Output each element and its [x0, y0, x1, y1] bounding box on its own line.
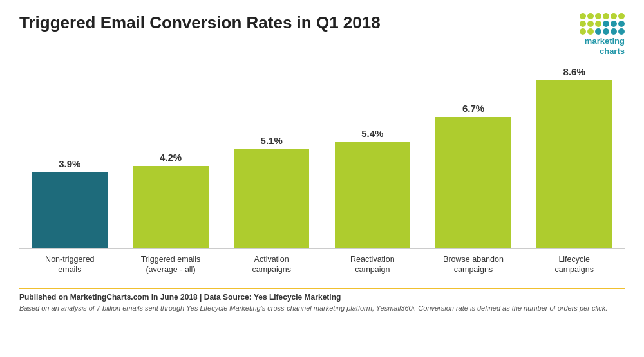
footer: Published on MarketingCharts.com in June…: [19, 288, 625, 313]
bar-value-lifecycle: 8.6%: [564, 66, 585, 77]
bar-triggered-avg: [133, 166, 209, 248]
main-container: Triggered Email Conversion Rates in Q1 2…: [0, 0, 644, 357]
bar-group-non-triggered: 3.9%: [19, 62, 120, 248]
bar-value-reactivation: 5.4%: [361, 128, 383, 139]
bar-group-activation: 5.1%: [221, 62, 322, 248]
logo-dot: [595, 13, 601, 19]
bar-label-lifecycle: Lifecyclecampaigns: [524, 254, 625, 275]
logo-dot: [580, 13, 586, 19]
logo-dots: [580, 13, 625, 35]
logo-dot: [611, 21, 617, 27]
bar-group-reactivation: 5.4%: [322, 62, 423, 248]
bar-label-non-triggered: Non-triggeredemails: [19, 254, 120, 275]
bar-activation: [234, 149, 310, 248]
bar-reactivation: [335, 142, 411, 248]
bar-non-triggered: [32, 172, 108, 248]
logo-dot: [618, 13, 625, 19]
bar-value-browse-abandon: 6.7%: [462, 103, 484, 114]
bar-browse-abandon: [435, 117, 511, 248]
logo-dot: [603, 28, 609, 35]
bar-group-triggered-avg: 4.2%: [120, 62, 222, 248]
bar-group-lifecycle: 8.6%: [524, 62, 625, 248]
labels-row: Non-triggeredemailsTriggered emails(aver…: [19, 254, 625, 275]
bar-lifecycle: [536, 80, 612, 248]
logo-dot: [618, 21, 625, 27]
logo-dot: [587, 28, 594, 35]
footer-note: Based on an analysis of 7 billion emails…: [19, 304, 625, 313]
logo-dot: [587, 21, 594, 27]
logo: marketing charts: [580, 13, 625, 56]
bar-value-triggered-avg: 4.2%: [160, 152, 182, 163]
bar-label-reactivation: Reactivationcampaign: [322, 254, 423, 275]
logo-dot: [587, 13, 594, 19]
chart-area: 3.9%4.2%5.1%5.4%6.7%8.6% Non-triggeredem…: [19, 62, 625, 281]
logo-dot: [595, 21, 601, 27]
chart-title: Triggered Email Conversion Rates in Q1 2…: [19, 13, 381, 33]
logo-dot: [603, 13, 609, 19]
bar-value-non-triggered: 3.9%: [59, 158, 80, 169]
bar-group-browse-abandon: 6.7%: [423, 62, 524, 248]
logo-dot: [618, 28, 625, 35]
footer-published: Published on MarketingCharts.com in June…: [19, 293, 625, 302]
header: Triggered Email Conversion Rates in Q1 2…: [19, 13, 625, 56]
bar-label-triggered-avg: Triggered emails(average - all): [120, 254, 222, 275]
logo-dot: [580, 28, 586, 35]
logo-dot: [580, 21, 586, 27]
bar-label-activation: Activationcampaigns: [221, 254, 322, 275]
logo-dot: [611, 13, 617, 19]
logo-dot: [595, 28, 601, 35]
logo-text: marketing charts: [585, 36, 625, 56]
logo-dot: [603, 21, 609, 27]
logo-dot: [611, 28, 617, 35]
bar-value-activation: 5.1%: [261, 135, 283, 146]
bars-wrapper: 3.9%4.2%5.1%5.4%6.7%8.6%: [19, 62, 625, 249]
bar-label-browse-abandon: Browse abandoncampaigns: [423, 254, 524, 275]
